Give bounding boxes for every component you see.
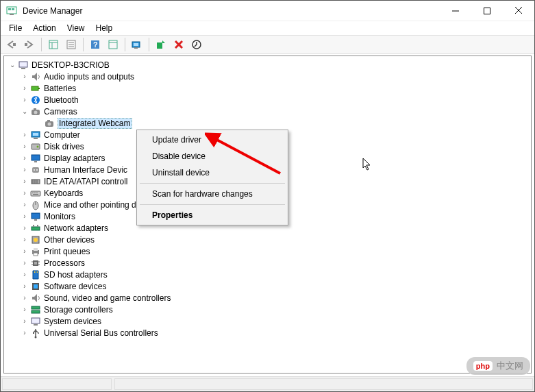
tree-category[interactable]: ›Batteries <box>4 82 531 94</box>
forward-button[interactable] <box>21 37 38 52</box>
display-icon <box>30 153 41 164</box>
svg-rect-74 <box>34 271 35 273</box>
tree-device[interactable]: Integrated Webcam <box>4 117 531 129</box>
tree-category[interactable]: ⌄Cameras <box>4 106 531 117</box>
maximize-button[interactable] <box>471 1 503 21</box>
chevron-right-icon[interactable]: › <box>21 236 29 244</box>
minimize-button[interactable] <box>440 1 471 21</box>
tree-category[interactable]: ›Universal Serial Bus controllers <box>4 327 531 339</box>
menu-disable-device[interactable]: Disable device <box>138 148 286 164</box>
chevron-right-icon[interactable]: › <box>21 73 29 81</box>
svg-rect-3 <box>10 14 14 15</box>
svg-rect-59 <box>34 219 37 221</box>
menu-uninstall-device[interactable]: Uninstall device <box>138 164 286 181</box>
svg-rect-80 <box>32 310 40 313</box>
help-button[interactable]: ? <box>87 37 103 52</box>
uninstall-device-button[interactable] <box>171 37 187 52</box>
tree-category-label: Universal Serial Bus controllers <box>44 328 158 338</box>
chevron-right-icon[interactable]: › <box>21 282 29 291</box>
chevron-right-icon[interactable]: › <box>21 143 29 151</box>
menu-scan-hardware[interactable]: Scan for hardware changes <box>138 186 286 202</box>
tree-category[interactable]: ›Software devices <box>4 280 531 292</box>
svg-point-32 <box>34 110 38 114</box>
chevron-right-icon[interactable]: › <box>21 224 29 232</box>
tree-category-label: Sound, video and game controllers <box>44 293 171 303</box>
svg-rect-52 <box>32 193 34 193</box>
tree-category[interactable]: ›Bluetooth <box>4 94 531 106</box>
tree-category-label: Software devices <box>44 282 106 291</box>
menu-separator <box>140 204 285 205</box>
tree-root[interactable]: ⌄ DESKTOP-B3CRIOB <box>4 59 531 71</box>
spacer <box>34 119 42 127</box>
chevron-right-icon[interactable]: › <box>21 271 29 279</box>
chevron-right-icon[interactable]: › <box>21 177 29 186</box>
update-driver-button[interactable] <box>188 37 205 52</box>
svg-rect-54 <box>36 193 38 193</box>
tree-category[interactable]: ›Sound, video and game controllers <box>4 292 531 304</box>
svg-rect-2 <box>12 8 14 10</box>
enable-device-button[interactable] <box>153 37 169 52</box>
svg-rect-27 <box>21 68 25 69</box>
tree-category[interactable]: ›Other devices <box>4 234 531 245</box>
chevron-right-icon[interactable]: › <box>21 154 29 162</box>
status-bar <box>1 376 534 391</box>
back-button[interactable] <box>3 37 20 52</box>
chevron-right-icon[interactable]: › <box>21 166 29 174</box>
svg-point-45 <box>34 169 35 171</box>
chevron-right-icon[interactable]: › <box>21 317 29 326</box>
chevron-right-icon[interactable]: › <box>21 306 29 314</box>
usb-icon <box>30 328 41 339</box>
svg-rect-76 <box>37 271 38 273</box>
chevron-right-icon[interactable]: › <box>21 84 29 93</box>
action-button[interactable] <box>105 37 121 52</box>
tree-category[interactable]: ›Processors <box>4 257 531 269</box>
svg-rect-24 <box>157 42 162 49</box>
tree-category[interactable]: ›SD host adapters <box>4 269 531 280</box>
chevron-right-icon[interactable]: › <box>21 96 29 104</box>
menu-properties[interactable]: Properties <box>138 207 286 223</box>
svg-rect-1 <box>8 8 11 10</box>
tree-category[interactable]: ›Storage controllers <box>4 304 531 315</box>
svg-rect-69 <box>34 262 37 265</box>
svg-rect-42 <box>32 155 40 160</box>
menu-file[interactable]: File <box>3 22 27 34</box>
chevron-right-icon[interactable]: › <box>21 189 29 197</box>
menu-view[interactable]: View <box>62 22 90 34</box>
tree-category[interactable]: ›System devices <box>4 315 531 327</box>
chevron-right-icon[interactable]: › <box>21 294 29 302</box>
svg-point-64 <box>34 238 38 242</box>
chevron-right-icon[interactable]: › <box>21 212 29 221</box>
chevron-right-icon[interactable]: › <box>21 131 29 139</box>
toolbar-separator <box>41 38 42 51</box>
chevron-right-icon[interactable]: › <box>21 259 29 267</box>
watermark-logo: php <box>473 361 493 371</box>
tree-category[interactable]: ›Audio inputs and outputs <box>4 71 531 82</box>
svg-point-83 <box>35 336 37 338</box>
chevron-down-icon[interactable]: ⌄ <box>21 108 29 116</box>
tree-category-label: Bluetooth <box>44 95 79 105</box>
chevron-right-icon[interactable]: › <box>21 329 29 337</box>
svg-rect-38 <box>33 133 38 136</box>
tree-category[interactable]: ›Print queues <box>4 245 531 257</box>
tree-category-label: Cameras <box>44 107 77 117</box>
chevron-right-icon[interactable]: › <box>21 247 29 256</box>
svg-rect-55 <box>33 194 38 195</box>
svg-rect-53 <box>34 193 36 193</box>
title-bar: Device Manager <box>1 1 534 21</box>
tree-category-label: Other devices <box>44 235 95 245</box>
tree-category-label: Disk drives <box>44 142 84 151</box>
close-button[interactable] <box>503 1 534 21</box>
properties-button[interactable] <box>63 37 79 52</box>
status-pane <box>2 378 112 390</box>
sd-icon <box>30 269 41 280</box>
show-hide-tree-button[interactable] <box>45 37 62 52</box>
audio-icon <box>30 71 41 82</box>
scan-hardware-button[interactable] <box>129 37 145 52</box>
menu-update-driver[interactable]: Update driver <box>138 132 286 148</box>
chevron-right-icon[interactable]: › <box>21 201 29 209</box>
menu-action[interactable]: Action <box>27 22 61 34</box>
chevron-down-icon[interactable]: ⌄ <box>8 61 16 69</box>
menu-help[interactable]: Help <box>90 22 119 34</box>
svg-rect-67 <box>34 253 38 256</box>
svg-rect-23 <box>134 47 138 49</box>
